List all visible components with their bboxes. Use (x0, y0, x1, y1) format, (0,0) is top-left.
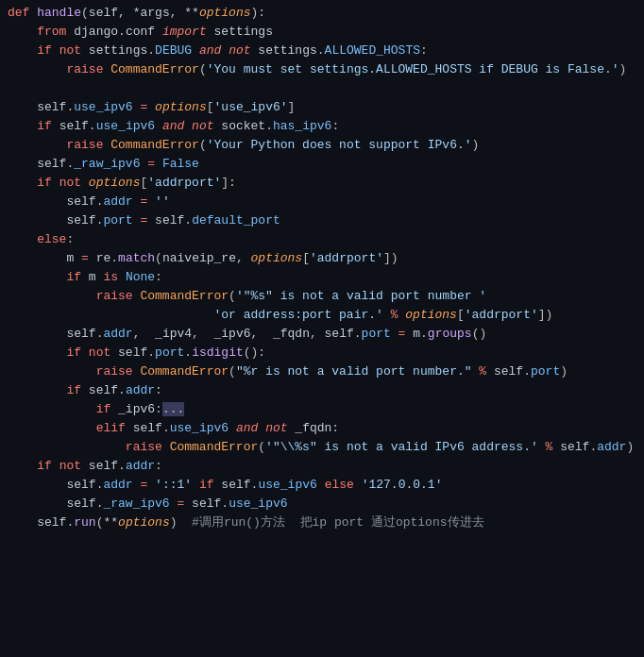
code-line-1: def handle(self, *args, **options): (0, 4, 644, 23)
code-line-23: elif self.use_ipv6 and not _fqdn: (0, 419, 644, 438)
code-line-15: if m is None: (0, 268, 644, 287)
code-line-13: else: (0, 230, 644, 249)
code-line-16: raise CommandError('"%s" is not a valid … (0, 287, 644, 306)
code-line-2: from django.conf import settings (0, 23, 644, 42)
code-line-18: self.addr, _ipv4, _ipv6, _fqdn, self.por… (0, 325, 644, 344)
code-line-10: if not options['addrport']: (0, 174, 644, 193)
code-line-14: m = re.match(naiveip_re, options['addrpo… (0, 249, 644, 268)
code-line-7: if self.use_ipv6 and not socket.has_ipv6… (0, 117, 644, 136)
code-line-20: raise CommandError("%r is not a valid po… (0, 362, 644, 381)
code-line-3: if not settings.DEBUG and not settings.A… (0, 42, 644, 60)
code-line-27: self._raw_ipv6 = self.use_ipv6 (0, 495, 644, 514)
code-line-6: self.use_ipv6 = options['use_ipv6'] (0, 98, 644, 117)
code-line-19: if not self.port.isdigit(): (0, 344, 644, 362)
code-line-25: if not self.addr: (0, 457, 644, 476)
code-line-17: 'or address:port pair.' % options['addrp… (0, 306, 644, 325)
code-line-5 (0, 79, 644, 98)
code-line-28: self.run(**options) #调用run()方法 把ip port … (0, 514, 644, 532)
code-line-8: raise CommandError('Your Python does not… (0, 136, 644, 155)
code-line-26: self.addr = '::1' if self.use_ipv6 else … (0, 476, 644, 495)
code-line-22: if _ipv6:... (0, 400, 644, 419)
code-line-24: raise CommandError('"\\%s" is not a vali… (0, 438, 644, 457)
code-line-4: raise CommandError('You must set setting… (0, 60, 644, 79)
code-line-21: if self.addr: (0, 381, 644, 400)
code-line-12: self.port = self.default_port (0, 211, 644, 230)
code-line-9: self._raw_ipv6 = False (0, 155, 644, 174)
code-editor: def handle(self, *args, **options): from… (0, 0, 644, 657)
code-line-11: self.addr = '' (0, 193, 644, 211)
